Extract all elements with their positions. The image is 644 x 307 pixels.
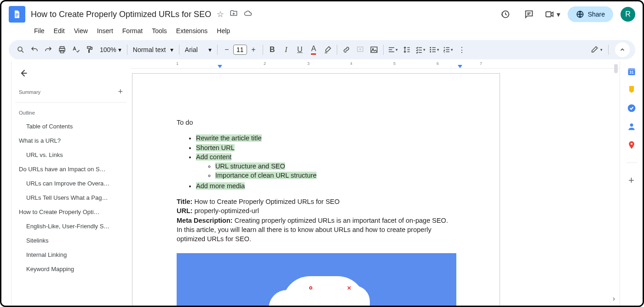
numbered-list-button[interactable]: ▾ (442, 43, 454, 56)
avatar[interactable]: R (621, 7, 635, 22)
meta-url-row: URL: properly-optimized-url (177, 206, 455, 215)
scrollbar-thumb[interactable] (614, 64, 618, 73)
keep-icon[interactable] (627, 85, 636, 94)
maps-icon[interactable] (627, 140, 636, 150)
svg-rect-12 (371, 47, 377, 52)
menu-view[interactable]: View (71, 25, 91, 36)
outline-item[interactable]: Table of Contents (15, 119, 126, 133)
vertical-ruler[interactable] (1, 61, 12, 307)
contacts-icon[interactable] (627, 122, 636, 131)
editing-mode-button[interactable]: ▾ (587, 43, 605, 56)
outline-item[interactable]: Sitelinks (15, 233, 126, 248)
summary-label: Summary (19, 89, 40, 95)
url-label: URL: (177, 207, 193, 214)
outline-item[interactable]: How to Create Properly Opti… (15, 205, 126, 219)
decrease-font-icon[interactable]: − (220, 43, 233, 56)
sidebar-back-icon[interactable] (15, 67, 126, 83)
share-button[interactable]: Share (568, 6, 613, 22)
menu-tools[interactable]: Tools (149, 25, 170, 36)
ruler-mark: 1 (176, 61, 178, 66)
svg-point-22 (630, 143, 632, 145)
document-title[interactable]: How to Create Properly Optimized URLs fo… (31, 10, 211, 19)
calendar-icon[interactable]: 31 (627, 67, 636, 76)
tasks-icon[interactable] (627, 104, 636, 113)
document-scroll-area[interactable]: 1 2 3 4 5 6 7 To do Rewrite the article … (130, 61, 620, 307)
menu-format[interactable]: Format (119, 25, 146, 36)
star-icon[interactable]: ☆ (217, 9, 224, 19)
paint-format-icon[interactable] (83, 43, 96, 56)
svg-rect-10 (87, 46, 91, 48)
underline-button[interactable]: U (293, 43, 306, 56)
main-area: Summary + Outline Table of ContentsWhat … (1, 61, 643, 307)
meet-button[interactable]: ▾ (545, 9, 560, 19)
increase-font-icon[interactable]: + (247, 43, 260, 56)
add-comment-icon[interactable] (354, 43, 367, 56)
style-value: Normal text (133, 46, 166, 53)
add-summary-icon[interactable]: + (118, 87, 123, 97)
cloud-status-icon[interactable] (243, 9, 253, 19)
docs-logo-icon[interactable] (9, 6, 25, 23)
list-item: Importance of clean URL structure (215, 172, 316, 179)
svg-rect-2 (16, 16, 17, 16)
undo-icon[interactable] (28, 43, 41, 56)
outline-item[interactable]: URLs can Improve the Overa… (15, 176, 126, 191)
indent-marker-icon[interactable] (458, 65, 462, 68)
outline-item[interactable]: Keyword Mapping (15, 262, 126, 276)
insert-link-icon[interactable] (340, 43, 353, 56)
bold-button[interactable]: B (266, 43, 279, 56)
collapse-toolbar-icon[interactable] (615, 42, 630, 57)
url-value: properly-optimized-url (193, 207, 259, 214)
list-item: Shorten URL (196, 144, 235, 151)
spellcheck-icon[interactable] (69, 43, 82, 56)
zoom-select[interactable]: 100%▾ (97, 46, 124, 53)
list-item: Add content (196, 153, 231, 161)
line-spacing-button[interactable] (400, 43, 413, 56)
chevron-down-icon: ▾ (170, 46, 173, 53)
outline-item[interactable]: URL vs. Links (15, 148, 126, 162)
menu-extensions[interactable]: Extensions (173, 25, 211, 36)
menu-help[interactable]: Help (213, 25, 233, 36)
search-icon[interactable] (14, 43, 27, 56)
share-label: Share (588, 11, 605, 18)
outline-item[interactable]: Do URLs have an Impact on S… (15, 162, 126, 176)
outline-item[interactable]: Internal Linking (15, 248, 126, 262)
svg-point-6 (18, 47, 22, 51)
outline-item[interactable]: URLs Tell Users What a Pag… (15, 191, 126, 205)
comments-icon[interactable] (521, 6, 537, 23)
align-button[interactable]: ▾ (386, 43, 399, 56)
horizontal-ruler[interactable]: 1 2 3 4 5 6 7 (130, 61, 620, 69)
checklist-button[interactable]: ▾ (414, 43, 427, 56)
svg-rect-0 (16, 13, 19, 14)
meta-label: Meta Description: (177, 217, 233, 224)
indent-marker-icon[interactable] (218, 65, 222, 68)
font-select[interactable]: Arial▾ (182, 46, 214, 53)
document-page[interactable]: To do Rewrite the article title Shorten … (132, 73, 500, 307)
ruler-mark: 3 (307, 61, 310, 66)
paragraph-style-select[interactable]: Normal text▾ (130, 46, 176, 53)
menu-edit[interactable]: Edit (51, 25, 68, 36)
move-icon[interactable] (230, 9, 238, 19)
redo-icon[interactable] (42, 43, 55, 56)
add-addon-icon[interactable]: + (627, 176, 636, 185)
ruler-mark: 2 (264, 61, 266, 66)
text-color-button[interactable]: A (307, 43, 320, 56)
outline-item[interactable]: English-Like, User-Friendly S… (15, 219, 126, 233)
ruler-mark: 6 (437, 61, 439, 66)
menubar: File Edit View Insert Format Tools Exten… (1, 23, 643, 38)
print-icon[interactable] (56, 43, 69, 56)
more-icon[interactable]: ⋮ (455, 43, 468, 56)
list-item: URL structure and SEO (215, 162, 285, 170)
meta-title-row: Title: How to Create Properly Optimized … (177, 197, 455, 206)
font-size-input[interactable] (233, 45, 247, 55)
explore-chevron-icon[interactable]: › (613, 295, 615, 303)
menu-insert[interactable]: Insert (94, 25, 116, 36)
history-icon[interactable] (497, 6, 513, 23)
hero-image: ✕ (177, 253, 456, 307)
bulleted-list-button[interactable]: ▾ (428, 43, 441, 56)
chevron-down-icon: ▾ (208, 46, 212, 53)
highlight-color-button[interactable] (321, 43, 334, 56)
outline-item[interactable]: What is a URL? (15, 133, 126, 148)
menu-file[interactable]: File (31, 25, 48, 36)
insert-image-icon[interactable] (368, 43, 380, 56)
italic-button[interactable]: I (280, 43, 293, 56)
